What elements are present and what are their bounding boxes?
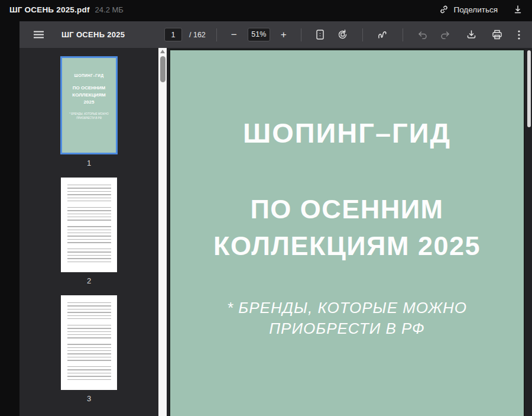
thumbnail-text-lines	[67, 185, 111, 264]
more-options-button[interactable]	[514, 28, 524, 42]
top-service-bar: ШГ ОСЕНЬ 2025.pdf 24.2 МБ Поделиться	[0, 0, 532, 19]
page-number-input[interactable]	[164, 28, 182, 41]
undo-icon	[417, 31, 427, 39]
share-label: Поделиться	[453, 5, 498, 14]
document-title: ШГ ОСЕНЬ 2025	[61, 30, 125, 39]
page-view-mode-button[interactable]	[312, 27, 328, 42]
rotate-icon	[338, 30, 348, 40]
document-scrollbar-thumb[interactable]	[527, 50, 531, 127]
cover-subtitle: * БРЕНДЫ, КОТОРЫЕ МОЖНО ПРИОБРЕСТИ В РФ	[170, 298, 524, 339]
redo-icon	[440, 31, 450, 39]
thumbnail-page-number[interactable]: 2	[87, 272, 91, 291]
undo-button[interactable]	[414, 28, 431, 41]
page-total: / 162	[189, 31, 206, 39]
file-name: ШГ ОСЕНЬ 2025.pdf	[9, 5, 90, 14]
cover-heading: ПО ОСЕННИМ КОЛЛЕКЦИЯМ 2025	[170, 191, 524, 265]
sidebar-scrollbar-thumb[interactable]	[160, 56, 166, 82]
sidebar-toggle-button[interactable]	[30, 28, 47, 41]
divider	[403, 28, 403, 41]
printer-icon	[492, 30, 502, 40]
cover-subtitle-line1: * БРЕНДЫ, КОТОРЫЕ МОЖНО	[227, 299, 467, 317]
thumbnail-page-3[interactable]: 3	[61, 295, 117, 408]
thumbnail-text-page[interactable]	[61, 178, 117, 272]
thumbnail-text-lines	[67, 302, 111, 382]
viewer-toolbar: ШГ ОСЕНЬ 2025 / 162 − 51% +	[20, 21, 532, 48]
thumbnail-page-2[interactable]: 2	[61, 178, 117, 291]
pdf-viewer: ШГ ОСЕНЬ 2025 / 162 − 51% +	[20, 21, 532, 416]
pdf-page-1: ШОПИНГ–ГИД ПО ОСЕННИМ КОЛЛЕКЦИЯМ 2025 * …	[169, 49, 525, 416]
cover-subtitle-line2: ПРИОБРЕСТИ В РФ	[269, 320, 425, 337]
thumbnail-page-number[interactable]: 3	[87, 390, 91, 408]
divider	[362, 28, 363, 41]
thumb-cover-subtitle: * БРЕНДЫ, КОТОРЫЕ МОЖНО ПРИОБРЕСТИ В РФ	[67, 112, 111, 120]
cover-heading-line1: ПО ОСЕННИМ	[250, 194, 443, 224]
zoom-out-button[interactable]: −	[228, 27, 241, 42]
download-icon	[466, 30, 476, 40]
document-area: ШОПИНГ–ГИД ПО ОСЕННИМ КОЛЛЕКЦИЯМ 2025 * …	[167, 48, 532, 416]
redo-button[interactable]	[437, 28, 454, 41]
thumbnails-sidebar: ШОПИНГ–ГИД ПО ОСЕННИМ КОЛЛЕКЦИЯМ 2025 * …	[20, 48, 158, 416]
kebab-menu-icon	[518, 30, 520, 40]
file-info: ШГ ОСЕНЬ 2025.pdf 24.2 МБ	[9, 5, 124, 14]
thumb-cover-heading: ПО ОСЕННИМ КОЛЛЕКЦИЯМ 2025	[67, 85, 111, 106]
print-button[interactable]	[488, 27, 506, 42]
download-file-button[interactable]	[513, 5, 523, 14]
annotate-button[interactable]	[374, 28, 392, 42]
thumbnail-page-number[interactable]: 1	[87, 154, 91, 173]
pen-squiggle-icon	[377, 30, 388, 40]
scroll-up-arrow-icon[interactable]	[160, 50, 165, 53]
file-size: 24.2 МБ	[95, 5, 124, 14]
thumbnail-page-1[interactable]: ШОПИНГ–ГИД ПО ОСЕННИМ КОЛЛЕКЦИЯМ 2025 * …	[60, 56, 118, 173]
cover-title: ШОПИНГ–ГИД	[170, 117, 524, 149]
divider	[301, 28, 301, 41]
divider	[216, 28, 217, 41]
thumbnail-cover-page[interactable]: ШОПИНГ–ГИД ПО ОСЕННИМ КОЛЛЕКЦИЯМ 2025 * …	[60, 56, 118, 154]
thumbnail-text-page[interactable]	[61, 295, 117, 390]
sidebar-scrollbar[interactable]	[158, 48, 167, 416]
download-button[interactable]	[463, 27, 480, 42]
link-icon	[439, 5, 449, 14]
hamburger-icon	[34, 31, 44, 38]
rotate-page-button[interactable]	[334, 27, 352, 42]
share-button[interactable]: Поделиться	[439, 5, 498, 14]
thumb-cover-title: ШОПИНГ–ГИД	[74, 73, 104, 78]
page-view-icon	[316, 30, 325, 40]
zoom-in-button[interactable]: +	[277, 27, 290, 42]
cover-heading-line2: КОЛЛЕКЦИЯМ 2025	[213, 231, 481, 261]
zoom-level[interactable]: 51%	[248, 28, 270, 41]
